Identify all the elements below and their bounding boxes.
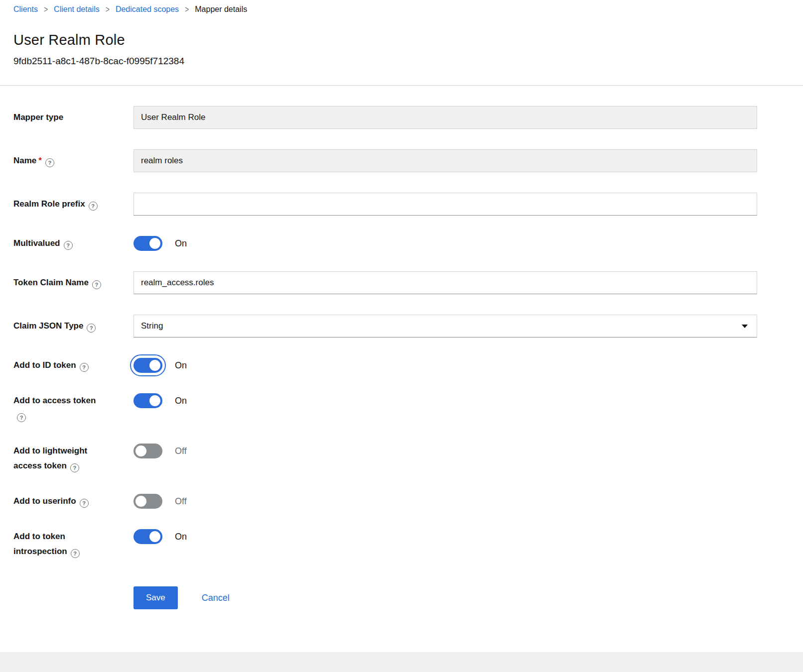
cancel-button[interactable]: Cancel [202,593,230,603]
add-to-lightweight-access-token-help-icon[interactable]: ? [70,463,79,472]
toggle-knob [149,395,160,406]
add-to-token-introspection-label: Add to token introspection [13,532,67,556]
breadcrumb-separator-icon: > [106,4,110,14]
field-add-to-access-token: Add to access token ? On [13,393,757,423]
save-button[interactable]: Save [134,586,178,609]
multivalued-help-icon[interactable]: ? [64,241,73,250]
mapper-id: 9fdb2511-a8c1-487b-8cac-f0995f712384 [13,56,757,67]
field-add-to-id-token: Add to ID token? On [13,358,757,373]
add-to-id-token-help-icon[interactable]: ? [80,363,89,372]
token-claim-name-help-icon[interactable]: ? [92,280,101,289]
field-name: Name*? [13,149,757,172]
field-multivalued: Multivalued? On [13,236,757,251]
claim-json-type-label: Claim JSON Type [13,321,83,331]
breadcrumb: Clients > Client details > Dedicated sco… [13,0,757,14]
add-to-access-token-label: Add to access token [13,396,96,405]
add-to-lightweight-access-token-state-label: Off [175,444,187,458]
multivalued-state-label: On [175,236,187,251]
add-to-id-token-toggle[interactable] [134,358,162,373]
toggle-knob [149,360,160,371]
add-to-userinfo-label: Add to userinfo [13,496,76,506]
token-claim-name-label: Token Claim Name [13,278,89,287]
form-actions: Save Cancel [134,586,757,609]
claim-json-type-selected-value: String [141,321,163,331]
footer-strip [0,652,803,672]
add-to-access-token-state-label: On [175,393,187,408]
multivalued-label: Multivalued [13,238,60,248]
field-claim-json-type: Claim JSON Type? String [13,315,757,337]
chevron-down-icon [742,325,748,328]
breadcrumb-mapper-details: Mapper details [195,5,247,14]
name-help-icon[interactable]: ? [45,158,54,167]
name-input[interactable] [134,149,757,172]
realm-role-prefix-input[interactable] [134,193,757,216]
field-realm-role-prefix: Realm Role prefix? [13,193,757,216]
claim-json-type-help-icon[interactable]: ? [87,324,96,333]
mapper-type-input[interactable] [134,106,757,129]
add-to-userinfo-help-icon[interactable]: ? [80,499,89,508]
add-to-access-token-help-icon[interactable]: ? [17,413,26,422]
add-to-id-token-label: Add to ID token [13,360,76,370]
realm-role-prefix-label: Realm Role prefix [13,199,85,209]
field-add-to-userinfo: Add to userinfo? Off [13,494,757,509]
toggle-knob [149,238,160,249]
field-token-claim-name: Token Claim Name? [13,271,757,294]
add-to-token-introspection-state-label: On [175,529,187,544]
add-to-userinfo-toggle[interactable] [134,494,162,509]
add-to-lightweight-access-token-toggle[interactable] [134,444,162,458]
mapper-form: Mapper type Name*? Realm Role prefix? [13,86,757,609]
add-to-token-introspection-toggle[interactable] [134,529,162,544]
toggle-knob [149,531,160,542]
realm-role-prefix-help-icon[interactable]: ? [89,202,98,211]
mapper-type-label: Mapper type [13,112,63,122]
toggle-knob [135,496,146,507]
token-claim-name-input[interactable] [134,271,757,294]
mapper-details-page: Clients > Client details > Dedicated sco… [0,0,803,67]
breadcrumb-clients[interactable]: Clients [13,5,38,14]
multivalued-toggle[interactable] [134,236,162,251]
required-indicator: * [38,156,42,165]
name-label: Name [13,156,36,165]
page-title: User Realm Role [13,32,757,48]
add-to-access-token-toggle[interactable] [134,393,162,408]
add-to-id-token-state-label: On [175,358,187,373]
claim-json-type-select[interactable]: String [134,315,757,337]
field-add-to-lightweight-access-token: Add to lightweight access token? Off [13,444,757,473]
breadcrumb-dedicated-scopes[interactable]: Dedicated scopes [116,5,179,14]
field-mapper-type: Mapper type [13,106,757,129]
breadcrumb-client-details[interactable]: Client details [54,5,100,14]
add-to-userinfo-state-label: Off [175,494,187,509]
breadcrumb-separator-icon: > [185,4,189,14]
toggle-knob [135,446,146,456]
breadcrumb-separator-icon: > [44,4,48,14]
add-to-token-introspection-help-icon[interactable]: ? [71,549,80,558]
field-add-to-token-introspection: Add to token introspection? On [13,529,757,559]
